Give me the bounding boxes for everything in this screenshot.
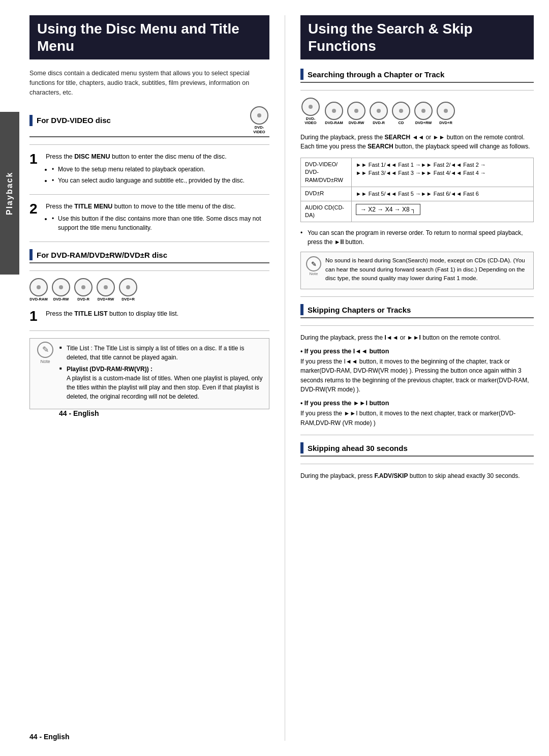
divider-4 [29,270,269,271]
content: Using the Disc Menu and Title Menu Some … [19,0,549,756]
disc-label-rw: DVD-RW [53,297,69,301]
disc-icon-dvd-video: DVD-VIDEO [249,106,269,134]
step-2-bullets: Use this button if the disc contains mor… [52,214,269,232]
page-number-abs: 44 - English [29,733,70,741]
disc-r-label-6: DVD+RW [415,121,432,125]
searching-title: Searching through a Chapter or Track [308,70,444,79]
disc-label-ram: DVD-RAM [29,297,47,301]
disc-label-plus-rw: DVD+RW [98,297,114,301]
disc-r-label-4: DVD-R [373,121,385,125]
speed-type-2: DVD±R [301,187,352,201]
disc-r-circle-6 [414,102,433,120]
left-column: Using the Disc Menu and Title Menu Some … [29,15,269,741]
step-2-left: 2 Press the TITLE MENU button to move to… [29,202,269,235]
disc-dvdplus-rw: DVD+RW [97,278,115,301]
disc-label-r: DVD-R [77,297,89,301]
blue-bar-3 [300,69,303,80]
skipping-header: Skipping Chapters or Tracks [300,304,534,318]
blue-bar-4 [300,304,303,315]
note-tag-right: Note [310,271,318,276]
disc-circle-plus-rw [97,278,115,296]
speed-row-2: DVD±R ►► Fast 5/◄◄ Fast 5 →►► Fast 6/◄◄ … [301,187,534,201]
blue-bar-2 [29,249,33,260]
disc-circle [250,106,268,125]
skip30-intro: During the playback, press F.ADV/SKIP bu… [300,471,534,481]
disc-r-circle-7 [437,102,455,120]
disc-r-dvd-rw: DVD-RW [347,102,365,125]
step-1-bullet-1: Move to the setup menu related to playba… [52,165,269,174]
disc-label: DVD-VIDEO [249,126,269,134]
disc-r-cd: CD [392,102,410,125]
dvd-video-icon-row: DVD-VIDEO [249,106,269,134]
note-icon-inner-left: ✎ [37,342,53,358]
skip-sub1-heading: If you press the I◄◄ button [300,348,534,355]
divider-1 [29,144,269,145]
step-number-2: 2 [29,202,41,216]
right-section-title: Using the Search & Skip Functions [300,15,534,59]
note-icon-right: ✎ [306,256,321,271]
speed-val-3: → X2 → X4 → X8 ┐ [352,201,534,222]
divider-r3 [300,325,534,326]
note-box-left: ✎ Note Title List : The Title List is si… [29,338,269,409]
skipping-intro: During the playback, press the I◄◄ or ►►… [300,333,534,343]
blue-bar-1 [29,115,33,126]
step-1-bullet-2: You can select audio language and subtit… [52,176,269,185]
skip-sub2-heading: If you press the ►►I button [300,400,534,407]
search-intro: During the playback, press the SEARCH ◄◄… [300,133,534,152]
dvd-video-header: For DVD-VIDEO disc DVD-VIDEO [29,106,269,137]
disc-r-label-5: CD [399,121,404,125]
step-2-bullet-1: Use this button if the disc contains mor… [52,214,269,232]
step-1-left: 1 Press the DISC MENU button to enter th… [29,152,269,187]
dvd-ram-title: For DVD-RAM/DVD±RW/DVD±R disc [37,251,167,259]
speed-row-1: DVD-VIDEO/DVD-RAM/DVD±RW ►► Fast 1/◄◄ Fa… [301,158,534,187]
note-side-right: ✎ Note [306,256,321,285]
left-intro: Some discs contain a dedicated menu syst… [29,69,269,97]
disc-circle-ram [29,278,48,296]
step-1-bullets: Move to the setup menu related to playba… [52,165,269,185]
search-bullet-1: You can scan the program in reverse orde… [300,228,534,247]
note-bullet-2: Playlist (DVD-RAM/-RW(VR)) : A playlist … [59,365,263,401]
speed-type-3: AUDIO CD(CD-DA) [301,201,352,222]
note-content-left: Title List : The Title List is simply a … [59,344,263,404]
divider-3 [29,241,269,242]
speed-val-1: ►► Fast 1/◄◄ Fast 1 →►► Fast 2/◄◄ Fast 2… [352,158,534,187]
disc-icons-row-right: DVD-VIDEO DVD-RAM DVD-RW DVD-R CD [300,98,534,126]
step-2-text: Press the TITLE MENU button to move to t… [46,202,269,211]
skip30-title: Skipping ahead 30 seconds [308,444,408,452]
note-label-left: Note [40,359,50,364]
blue-bar-5 [300,442,303,453]
sidebar: Playback [0,112,19,275]
page-number: 44 - English [59,409,299,417]
searching-header: Searching through a Chapter or Track [300,69,534,83]
cycle-box: → X2 → X4 → X8 ┐ [356,204,420,216]
skip-sub2-text: If you press the ►►I button, it moves to… [300,409,534,428]
disc-r-circle-5 [392,102,410,120]
speed-row-3: AUDIO CD(CD-DA) → X2 → X4 → X8 ┐ [301,201,534,222]
dvd-video-title: For DVD-VIDEO disc [37,116,111,125]
step-s2-content: Press the TITLE LIST button to display t… [46,309,269,319]
step-1-section2: 1 Press the TITLE LIST button to display… [29,309,269,323]
disc-r-dvd-ram: DVD-RAM [325,102,343,125]
disc-label-plus-r: DVD+R [121,297,135,301]
disc-icons-row-2: DVD-RAM DVD-RW DVD-R DVD+RW DVD+R [29,278,269,301]
disc-r-label-2: DVD-RAM [325,121,343,125]
disc-r-dvdplus-rw: DVD+RW [414,102,433,125]
speed-type-1: DVD-VIDEO/DVD-RAM/DVD±RW [301,158,352,187]
disc-dvd-rw: DVD-RW [52,278,70,301]
disc-r-circle-1 [301,98,320,116]
divider-r4 [300,435,534,435]
divider-5 [29,330,269,331]
page: Playback Using the Disc Menu and Title M… [0,0,549,756]
step-number-1: 1 [29,152,41,166]
note-text-right: No sound is heard during Scan(Search) mo… [325,256,528,283]
step-2-content: Press the TITLE MENU button to move to t… [46,202,269,235]
divider-r5 [300,464,534,464]
skip-sub1-text: If you press the I◄◄ button, it moves to… [300,357,534,395]
disc-r-label-3: DVD-RW [349,121,364,125]
speed-table: DVD-VIDEO/DVD-RAM/DVD±RW ►► Fast 1/◄◄ Fa… [300,158,534,222]
skip30-header: Skipping ahead 30 seconds [300,442,534,457]
disc-r-label-1: DVD-VIDEO [300,117,321,126]
disc-dvd-ram: DVD-RAM [29,278,48,301]
divider-2 [29,194,269,195]
sidebar-label: Playback [5,171,14,215]
